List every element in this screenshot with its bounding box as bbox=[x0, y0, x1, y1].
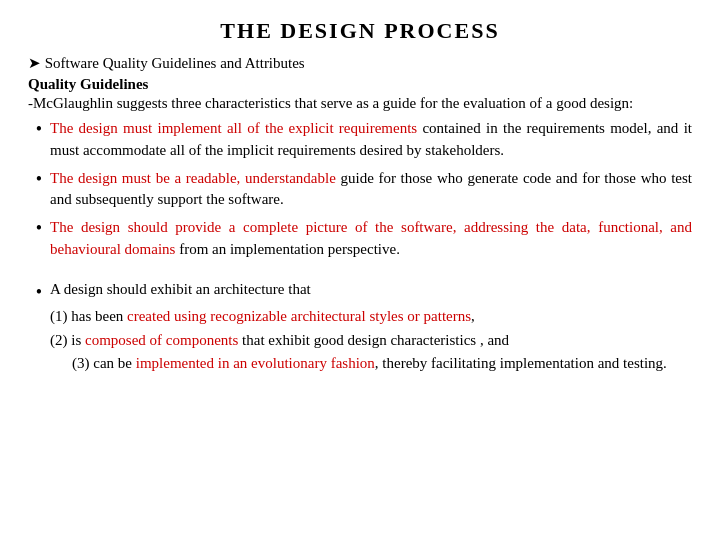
bullet-item-3: • The design should provide a complete p… bbox=[28, 217, 692, 261]
bullet-intro: ➤ Software Quality Guidelines and Attrib… bbox=[28, 54, 692, 72]
bullet-dot-3: • bbox=[28, 217, 50, 240]
arch-2-num: (2) is bbox=[50, 332, 81, 348]
arch-bullet-dot: • bbox=[28, 281, 50, 304]
bullet-item-2: • The design must be a readable, underst… bbox=[28, 168, 692, 212]
bullet-item-1: • The design must implement all of the e… bbox=[28, 118, 692, 162]
arch-1-colored: created using recognizable architectural… bbox=[127, 308, 471, 324]
arch-indent: (1) has been created using recognizable … bbox=[50, 306, 692, 375]
arch-section: • A design should exhibit an architectur… bbox=[28, 281, 692, 376]
arch-bullet-intro: • A design should exhibit an architectur… bbox=[28, 281, 692, 304]
arch-item-1: (1) has been created using recognizable … bbox=[50, 306, 692, 328]
arch-3-inner: (3) can be implemented in an evolutionar… bbox=[72, 355, 667, 371]
arch-1-suffix: , bbox=[471, 308, 475, 324]
bullet-2-red: The design must be a readable, understan… bbox=[50, 170, 336, 186]
bullet-text-3: The design should provide a complete pic… bbox=[50, 217, 692, 261]
bullet-text-2: The design must be a readable, understan… bbox=[50, 168, 692, 212]
arch-2-suffix: that exhibit good design characteristics… bbox=[238, 332, 509, 348]
bullet-3-suffix: from an implementation perspective. bbox=[175, 241, 400, 257]
bullet-intro-text: ➤ Software Quality Guidelines and Attrib… bbox=[28, 55, 305, 71]
arch-1-num: (1) has been bbox=[50, 308, 123, 324]
arch-item-2: (2) is composed of components that exhib… bbox=[50, 330, 692, 352]
arch-3-colored: implemented in an evolutionary fashion bbox=[136, 355, 375, 371]
section-heading: Quality Guidelines bbox=[28, 76, 692, 93]
arch-2-colored: composed of components bbox=[85, 332, 238, 348]
arch-3-suffix: , thereby facilitating implementation an… bbox=[375, 355, 667, 371]
bullet-dot-2: • bbox=[28, 168, 50, 191]
mcg-para: -McGlaughlin suggests three characterist… bbox=[28, 95, 692, 112]
quality-bullet-list: • The design must implement all of the e… bbox=[28, 118, 692, 261]
bullet-1-red: The design must implement all of the exp… bbox=[50, 120, 417, 136]
title: THE DESIGN PROCESS bbox=[28, 18, 692, 44]
arch-item-3: (3) can be implemented in an evolutionar… bbox=[50, 353, 692, 375]
arch-intro-text: A design should exhibit an architecture … bbox=[50, 281, 311, 298]
arch-3-num: (3) can be bbox=[72, 355, 132, 371]
bullet-dot-1: • bbox=[28, 118, 50, 141]
bullet-text-1: The design must implement all of the exp… bbox=[50, 118, 692, 162]
